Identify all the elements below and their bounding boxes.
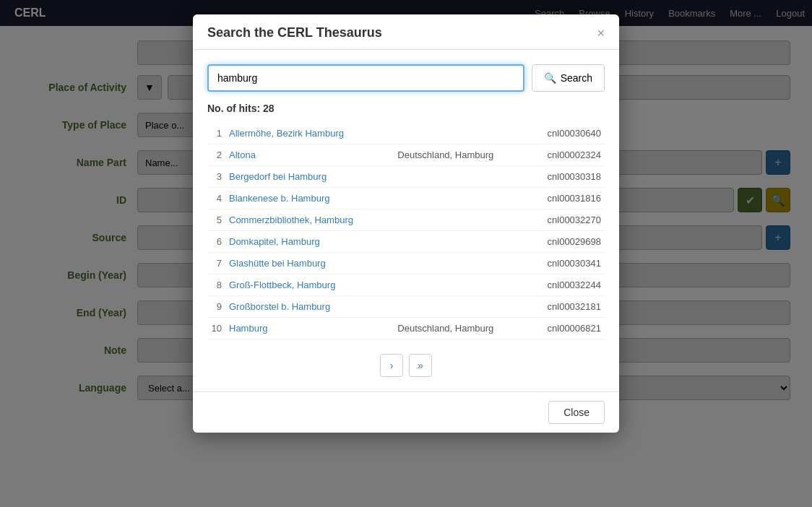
result-num: 3	[207, 166, 225, 188]
result-place	[394, 209, 526, 231]
result-place	[394, 274, 526, 296]
table-row[interactable]: 4 Blankenese b. Hamburg cnl00031816	[207, 188, 605, 209]
result-name[interactable]: Commerzbibliothek, Hamburg	[225, 209, 394, 231]
result-place	[394, 188, 526, 209]
result-num: 4	[207, 188, 225, 209]
table-row[interactable]: 1 Allermöhe, Bezirk Hamburg cnl00030640	[207, 123, 605, 144]
table-row[interactable]: 5 Commerzbibliothek, Hamburg cnl00032270	[207, 209, 605, 231]
result-place	[394, 231, 526, 253]
result-name[interactable]: Großborstel b. Hamburg	[225, 296, 394, 318]
thesaurus-modal: Search the CERL Thesaurus × 🔍 Search No.…	[193, 14, 619, 433]
result-code: cnl00030318	[527, 166, 605, 188]
pagination-last-btn[interactable]: »	[409, 354, 432, 377]
result-code: cnl00006821	[527, 318, 605, 339]
result-name[interactable]: Groß-Flottbeck, Hamburg	[225, 274, 394, 296]
result-num: 6	[207, 231, 225, 253]
result-code: cnl00029698	[527, 231, 605, 253]
result-name[interactable]: Blankenese b. Hamburg	[225, 188, 394, 209]
result-place: Deutschland, Hamburg	[394, 144, 526, 166]
table-row[interactable]: 10 Hamburg Deutschland, Hamburg cnl00006…	[207, 318, 605, 339]
result-place	[394, 296, 526, 318]
table-row[interactable]: 3 Bergedorf bei Hamburg cnl00030318	[207, 166, 605, 188]
table-row[interactable]: 8 Groß-Flottbeck, Hamburg cnl00032244	[207, 274, 605, 296]
result-num: 8	[207, 274, 225, 296]
result-code: cnl00032244	[527, 274, 605, 296]
table-row[interactable]: 9 Großborstel b. Hamburg cnl00032181	[207, 296, 605, 318]
table-row[interactable]: 2 Altona Deutschland, Hamburg cnl0000232…	[207, 144, 605, 166]
search-icon: 🔍	[544, 72, 556, 84]
result-name[interactable]: Glashütte bei Hamburg	[225, 253, 394, 274]
result-code: cnl00032181	[527, 296, 605, 318]
result-num: 7	[207, 253, 225, 274]
modal-close-btn[interactable]: ×	[597, 27, 605, 40]
table-row[interactable]: 6 Domkapitel, Hamburg cnl00029698	[207, 231, 605, 253]
result-num: 10	[207, 318, 225, 339]
modal-title: Search the CERL Thesaurus	[207, 25, 382, 40]
modal-header: Search the CERL Thesaurus ×	[193, 14, 619, 50]
modal-footer-close-btn[interactable]: Close	[548, 401, 605, 424]
result-code: cnl00031816	[527, 188, 605, 209]
table-row[interactable]: 7 Glashütte bei Hamburg cnl00030341	[207, 253, 605, 274]
result-name[interactable]: Allermöhe, Bezirk Hamburg	[225, 123, 394, 144]
result-name[interactable]: Altona	[225, 144, 394, 166]
result-name[interactable]: Bergedorf bei Hamburg	[225, 166, 394, 188]
result-place	[394, 253, 526, 274]
modal-footer: Close	[193, 391, 619, 433]
modal-overlay: Search the CERL Thesaurus × 🔍 Search No.…	[0, 0, 812, 507]
pagination: › »	[207, 354, 605, 377]
result-num: 9	[207, 296, 225, 318]
result-num: 5	[207, 209, 225, 231]
result-code: cnl00002324	[527, 144, 605, 166]
modal-body: 🔍 Search No. of hits: 28 1 Allermöhe, Be…	[193, 50, 619, 391]
result-name[interactable]: Hamburg	[225, 318, 394, 339]
search-btn-label: Search	[561, 72, 592, 84]
result-place	[394, 166, 526, 188]
result-place: Deutschland, Hamburg	[394, 318, 526, 339]
thesaurus-search-btn[interactable]: 🔍 Search	[532, 64, 605, 92]
thesaurus-search-input[interactable]	[207, 64, 524, 92]
results-table: 1 Allermöhe, Bezirk Hamburg cnl00030640 …	[207, 123, 605, 339]
results-tbody: 1 Allermöhe, Bezirk Hamburg cnl00030640 …	[207, 123, 605, 339]
modal-search-row: 🔍 Search	[207, 64, 605, 92]
result-name[interactable]: Domkapitel, Hamburg	[225, 231, 394, 253]
result-num: 2	[207, 144, 225, 166]
hits-count-label: No. of hits: 28	[207, 103, 605, 114]
result-code: cnl00030640	[527, 123, 605, 144]
pagination-next-btn[interactable]: ›	[380, 354, 403, 377]
result-code: cnl00032270	[527, 209, 605, 231]
result-place	[394, 123, 526, 144]
result-num: 1	[207, 123, 225, 144]
result-code: cnl00030341	[527, 253, 605, 274]
